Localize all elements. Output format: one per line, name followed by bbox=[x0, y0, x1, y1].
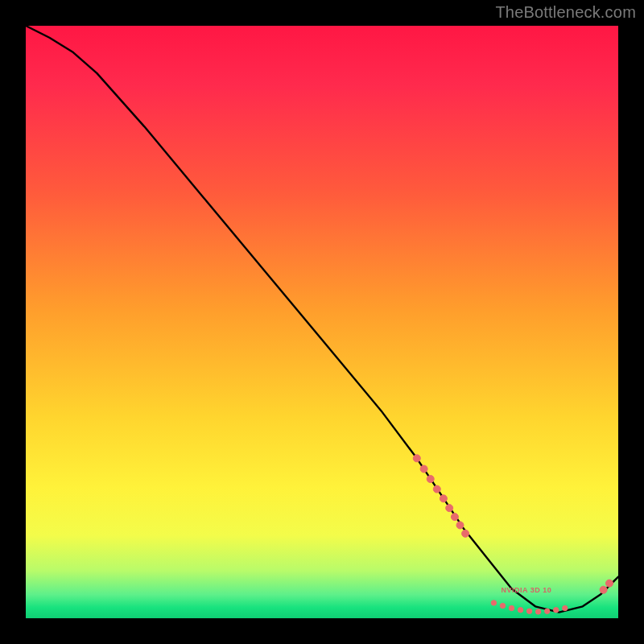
data-point bbox=[433, 485, 440, 493]
chart-svg bbox=[26, 26, 618, 618]
data-point bbox=[500, 603, 505, 608]
data-point bbox=[545, 609, 550, 613]
data-point bbox=[509, 605, 514, 610]
data-point bbox=[526, 609, 531, 613]
data-point bbox=[600, 586, 607, 593]
watermark-text: TheBottleneck.com bbox=[495, 3, 636, 22]
data-point bbox=[535, 609, 540, 614]
data-point bbox=[491, 601, 496, 605]
data-point bbox=[563, 605, 568, 610]
data-point bbox=[413, 455, 420, 462]
minimum-label: NVIDIA 3D 10 bbox=[502, 586, 552, 594]
data-point bbox=[518, 608, 522, 613]
plot-area: NVIDIA 3D 10 bbox=[26, 26, 618, 618]
bottleneck-curve bbox=[26, 26, 618, 613]
data-point bbox=[427, 476, 434, 483]
marker-cluster-rising bbox=[600, 580, 613, 593]
chart-container: TheBottleneck.com NVIDIA 3D 10 bbox=[0, 0, 644, 644]
data-point bbox=[420, 465, 427, 473]
data-point bbox=[451, 514, 458, 521]
marker-cluster-descending bbox=[413, 455, 469, 538]
data-point bbox=[440, 495, 447, 502]
data-point bbox=[554, 608, 559, 613]
data-point bbox=[462, 530, 469, 537]
data-point bbox=[606, 580, 613, 587]
data-point bbox=[446, 505, 453, 512]
data-point bbox=[456, 522, 464, 529]
